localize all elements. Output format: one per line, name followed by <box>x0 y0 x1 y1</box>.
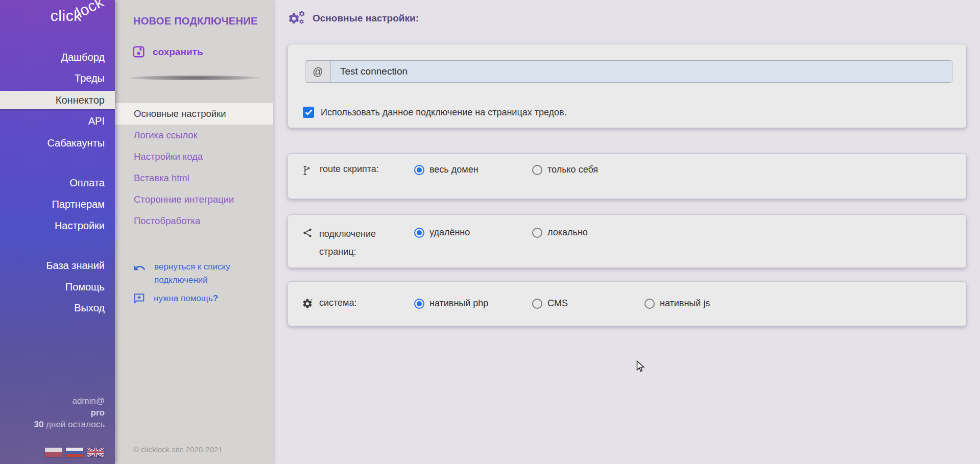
connection-name-card: @ Использовать данное подключение на стр… <box>288 44 967 128</box>
radio-native-php[interactable]: нативный php <box>414 298 488 309</box>
radio-icon[interactable] <box>414 228 424 238</box>
russia-flag[interactable] <box>66 448 83 457</box>
script-route-card: route скрипта: весь домен только себя <box>288 153 967 199</box>
tab-code-settings[interactable]: Настройки кода <box>115 146 273 167</box>
radio-icon[interactable] <box>414 299 424 309</box>
app-root: clicklock Дашборд Треды Коннектор API Са… <box>0 0 980 464</box>
sidebar-item-subaccounts[interactable]: Сабакаунты <box>0 134 115 152</box>
sidebar-item-dashboard[interactable]: Дашборд <box>0 48 115 66</box>
use-on-threads-row: Использовать данное подключение на стран… <box>303 107 567 118</box>
main-content: Основные настройки: @ Использовать данно… <box>273 0 980 464</box>
connection-name-field: @ <box>305 60 952 83</box>
system-card: система: нативный php CMS нативный js <box>288 281 967 326</box>
account-plan: pro <box>34 407 105 419</box>
radio-icon[interactable] <box>532 228 542 238</box>
sidebar-item-settings[interactable]: Настройки <box>0 216 115 235</box>
radio-local[interactable]: локально <box>532 227 588 238</box>
route-icon <box>302 164 314 176</box>
need-help-link[interactable]: нужна помощь? <box>133 292 218 305</box>
tab-html-insert[interactable]: Вставка html <box>115 167 273 189</box>
radio-icon[interactable] <box>532 165 542 175</box>
sidebar-item-threads[interactable]: Треды <box>0 69 115 87</box>
save-button-label: сохранить <box>153 46 203 58</box>
save-button[interactable]: сохранить <box>132 45 203 59</box>
tab-third-party-integrations[interactable]: Сторонние интеграции <box>115 189 273 210</box>
language-switcher <box>45 448 104 457</box>
sidebar-item-payment[interactable]: Оплата <box>0 174 115 192</box>
tab-postprocessing[interactable]: Постобработка <box>115 210 273 232</box>
uk-flag[interactable] <box>87 448 104 457</box>
clicklock-logo[interactable]: clicklock <box>51 7 110 25</box>
save-icon <box>132 45 146 59</box>
radio-icon[interactable] <box>414 165 424 175</box>
radio-cms[interactable]: CMS <box>532 298 568 309</box>
pages-connection-label: подключение страниц: <box>319 225 404 261</box>
poland-flag[interactable] <box>45 448 62 457</box>
panel-divider <box>129 76 260 80</box>
page-title: НОВОЕ ПОДКЛЮЧЕНИЕ <box>133 15 258 27</box>
radio-native-js[interactable]: нативный js <box>644 298 710 309</box>
account-info: admin@ pro 30 дней осталось <box>34 395 105 430</box>
back-to-connections-link[interactable]: вернуться к списку подключений <box>133 260 230 287</box>
sidebar-item-knowledge-base[interactable]: База знаний <box>0 256 115 275</box>
sidebar-item-api[interactable]: API <box>0 112 115 130</box>
radio-whole-domain[interactable]: весь домен <box>414 164 479 175</box>
gears-icon <box>288 10 306 27</box>
copyright: © clicklock.site 2020-2021 <box>133 445 222 454</box>
radio-remote[interactable]: удалённо <box>414 227 470 238</box>
sidebar-item-logout[interactable]: Выход <box>0 299 115 317</box>
script-route-label: route скрипта: <box>320 164 379 175</box>
back-link-label: вернуться к списку подключений <box>154 260 230 287</box>
sidebar-item-partners[interactable]: Партнерам <box>0 195 115 213</box>
sidebar-item-help[interactable]: Помощь <box>0 278 115 296</box>
connector-subpanel: НОВОЕ ПОДКЛЮЧЕНИЕ сохранить Основные нас… <box>115 0 273 464</box>
use-on-threads-label: Использовать данное подключение на стран… <box>321 107 567 118</box>
gear-icon <box>302 298 313 309</box>
help-link-label: нужна помощь? <box>154 292 218 305</box>
share-icon <box>302 227 313 238</box>
section-header-label: Основные настройки: <box>313 13 419 24</box>
system-label: система: <box>319 298 357 308</box>
sidebar-item-connector[interactable]: Коннектор <box>0 91 115 109</box>
tab-general-settings[interactable]: Основные настройки <box>115 103 273 125</box>
add-comment-icon <box>133 292 146 305</box>
pages-connection-card: подключение страниц: удалённо локально <box>288 214 967 268</box>
at-prefix-icon: @ <box>305 61 331 82</box>
sidebar: clicklock Дашборд Треды Коннектор API Са… <box>0 0 115 464</box>
undo-icon <box>133 261 146 275</box>
section-header: Основные настройки: <box>288 10 419 27</box>
radio-icon[interactable] <box>644 299 655 309</box>
radio-only-self[interactable]: только себя <box>532 164 598 175</box>
use-on-threads-checkbox[interactable] <box>303 107 314 118</box>
radio-icon[interactable] <box>532 299 542 309</box>
account-email: admin@ <box>34 395 105 407</box>
tab-link-logic[interactable]: Логика ссылок <box>115 125 273 146</box>
account-days-left: 30 дней осталось <box>34 419 105 430</box>
connection-name-input[interactable] <box>331 61 952 82</box>
